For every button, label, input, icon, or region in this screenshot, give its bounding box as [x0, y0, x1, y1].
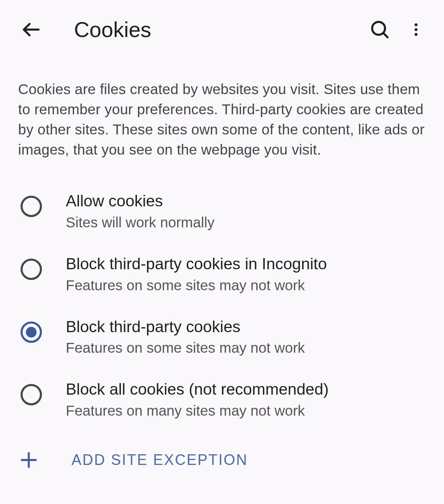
option-title: Block third-party cookies: [66, 317, 305, 337]
option-text: Block third-party cookiesFeatures on som…: [66, 317, 305, 356]
more-vert-icon: [408, 21, 424, 38]
option-subtitle: Features on some sites may not work: [66, 277, 327, 294]
cookie-options-group: Allow cookiesSites will work normallyBlo…: [0, 169, 444, 437]
option-text: Block all cookies (not recommended)Featu…: [66, 380, 328, 419]
option-subtitle: Sites will work normally: [66, 214, 215, 231]
radio-button[interactable]: [21, 321, 42, 343]
description-text: Cookies are files created by websites yo…: [0, 59, 444, 169]
search-button[interactable]: [362, 12, 398, 48]
option-title: Block third-party cookies in Incognito: [66, 254, 327, 274]
option-title: Allow cookies: [66, 192, 215, 211]
search-icon: [370, 19, 390, 40]
option-subtitle: Features on some sites may not work: [66, 340, 305, 356]
back-button[interactable]: [13, 12, 49, 48]
radio-button[interactable]: [21, 259, 42, 280]
radio-button[interactable]: [21, 384, 42, 405]
cookie-option[interactable]: Block third-party cookies in IncognitoFe…: [0, 249, 444, 312]
svg-point-3: [415, 23, 418, 26]
cookie-option[interactable]: Allow cookiesSites will work normally: [0, 186, 444, 249]
svg-line-2: [383, 33, 387, 37]
cookie-option[interactable]: Block all cookies (not recommended)Featu…: [0, 374, 444, 437]
option-text: Allow cookiesSites will work normally: [66, 192, 215, 231]
add-site-exception-button[interactable]: ADD SITE EXCEPTION: [0, 437, 444, 487]
option-title: Block all cookies (not recommended): [66, 380, 328, 399]
option-text: Block third-party cookies in IncognitoFe…: [66, 254, 327, 294]
cookie-option[interactable]: Block third-party cookiesFeatures on som…: [0, 312, 444, 375]
page-title: Cookies: [74, 17, 362, 42]
radio-button[interactable]: [21, 196, 42, 217]
option-subtitle: Features on many sites may not work: [66, 402, 328, 419]
svg-point-5: [415, 33, 418, 36]
app-bar: Cookies: [0, 0, 444, 59]
svg-point-4: [415, 28, 418, 31]
add-site-exception-label: ADD SITE EXCEPTION: [72, 451, 248, 469]
plus-icon: [18, 449, 39, 471]
arrow-left-icon: [21, 20, 41, 39]
more-button[interactable]: [398, 12, 434, 48]
